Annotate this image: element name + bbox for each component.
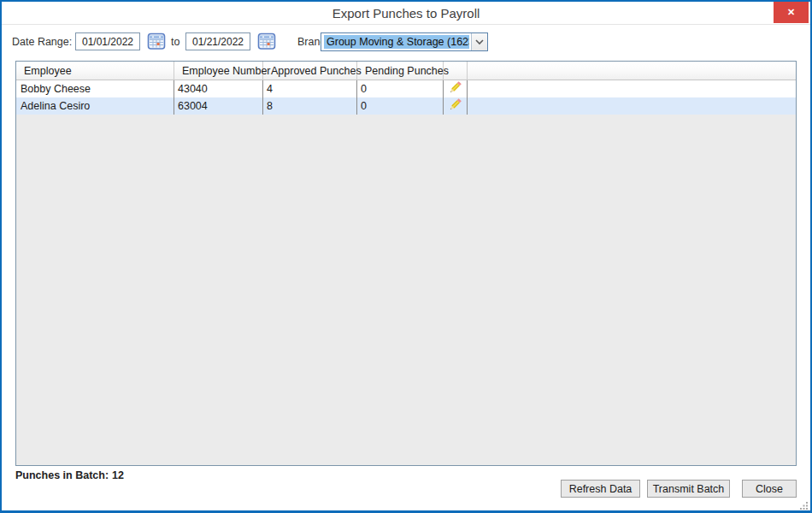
pencil-icon xyxy=(448,97,462,115)
cell-actions xyxy=(444,97,468,115)
column-header-approved-punches[interactable]: Approved Punches xyxy=(263,62,357,80)
cell-employee: Bobby Cheese xyxy=(16,80,174,97)
cell-filler xyxy=(468,80,796,97)
date-to-calendar-button[interactable] xyxy=(256,32,276,51)
column-header-pending-punches[interactable]: Pending Punches xyxy=(357,62,444,80)
cell-approved-punches: 4 xyxy=(263,80,357,97)
date-range-label: Date Range: xyxy=(12,36,72,48)
cell-employee-number: 63004 xyxy=(174,97,263,115)
close-icon: ✕ xyxy=(787,8,795,17)
calendar-icon xyxy=(257,32,276,53)
date-from-input[interactable] xyxy=(75,32,140,50)
pencil-icon xyxy=(448,80,462,97)
close-dialog-button[interactable]: Close xyxy=(742,480,797,498)
branch-selected-value: Group Moving & Storage (1623) xyxy=(324,35,469,49)
punches-in-batch-value: 12 xyxy=(112,469,124,481)
edit-row-button[interactable] xyxy=(448,80,462,97)
cell-filler xyxy=(468,97,796,115)
punches-in-batch-status: Punches in Batch:12 xyxy=(15,469,124,481)
column-header-actions[interactable] xyxy=(444,62,468,80)
cell-employee: Adelina Cesiro xyxy=(16,97,174,115)
to-label: to xyxy=(171,36,179,48)
cell-pending-punches: 0 xyxy=(357,97,444,115)
branch-select[interactable]: Group Moving & Storage (1623) xyxy=(321,32,488,51)
edit-row-button[interactable] xyxy=(448,97,462,115)
table-row[interactable]: Bobby Cheese 43040 4 0 xyxy=(16,80,796,97)
column-header-employee[interactable]: Employee xyxy=(16,62,174,80)
cell-pending-punches: 0 xyxy=(357,80,444,97)
close-button[interactable]: ✕ xyxy=(774,2,809,23)
transmit-batch-button[interactable]: Transmit Batch xyxy=(647,480,730,498)
date-to-input[interactable] xyxy=(185,32,250,50)
chevron-down-icon[interactable] xyxy=(471,33,487,50)
dialog-title: Export Punches to Payroll xyxy=(332,6,480,21)
cell-employee-number: 43040 xyxy=(174,80,263,97)
column-header-employee-number[interactable]: Employee Number xyxy=(174,62,263,80)
date-from-calendar-button[interactable] xyxy=(146,32,166,51)
export-punches-dialog: Export Punches to Payroll ✕ Date Range: … xyxy=(0,0,812,513)
resize-grip[interactable] xyxy=(799,498,809,508)
table-row[interactable]: Adelina Cesiro 63004 8 0 xyxy=(16,97,796,115)
cell-actions xyxy=(444,80,468,97)
punches-table: Employee Employee Number Approved Punche… xyxy=(15,61,797,466)
punches-in-batch-label: Punches in Batch: xyxy=(15,469,109,481)
calendar-icon xyxy=(147,32,166,53)
column-header-filler xyxy=(468,62,796,80)
cell-approved-punches: 8 xyxy=(263,97,357,115)
refresh-data-button[interactable]: Refresh Data xyxy=(561,480,640,498)
titlebar: Export Punches to Payroll xyxy=(2,2,810,25)
table-header-row: Employee Employee Number Approved Punche… xyxy=(16,62,796,80)
